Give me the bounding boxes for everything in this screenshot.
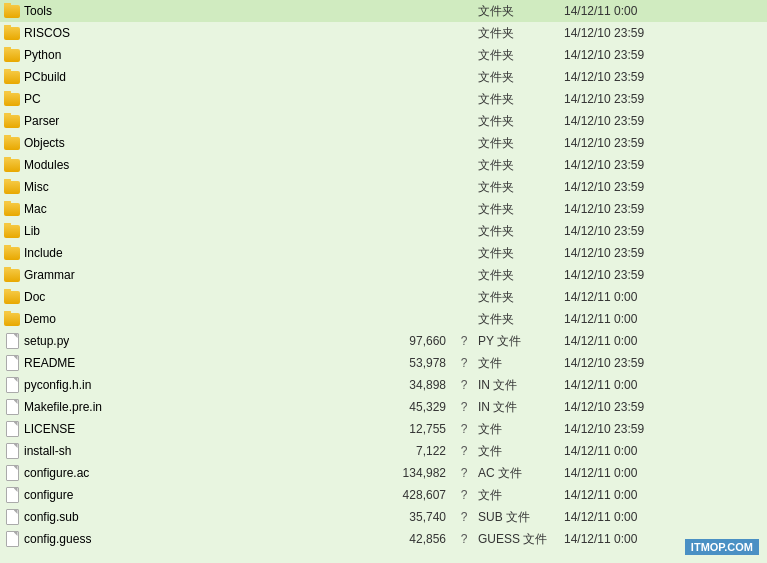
table-row[interactable]: install-sh7,122?文件14/12/11 0:00	[0, 440, 767, 462]
table-row[interactable]: config.sub35,740?SUB 文件14/12/11 0:00	[0, 506, 767, 528]
folder-icon	[4, 245, 20, 261]
file-name-text: pyconfig.h.in	[24, 378, 91, 392]
file-name-text: RISCOS	[24, 26, 70, 40]
file-type: IN 文件	[474, 377, 564, 394]
file-type: 文件夹	[474, 3, 564, 20]
file-size: 97,660	[374, 334, 454, 348]
file-attr: ?	[454, 488, 474, 502]
file-name-text: config.guess	[24, 532, 91, 546]
file-type: 文件	[474, 487, 564, 504]
file-icon	[4, 399, 20, 415]
file-icon	[4, 355, 20, 371]
table-row[interactable]: Doc文件夹14/12/11 0:00	[0, 286, 767, 308]
file-size: 428,607	[374, 488, 454, 502]
file-name-text: Makefile.pre.in	[24, 400, 102, 414]
file-name-text: config.sub	[24, 510, 79, 524]
file-icon	[4, 487, 20, 503]
table-row[interactable]: RISCOS文件夹14/12/10 23:59	[0, 22, 767, 44]
file-attr: ?	[454, 356, 474, 370]
table-row[interactable]: Objects文件夹14/12/10 23:59	[0, 132, 767, 154]
file-type: SUB 文件	[474, 509, 564, 526]
table-row[interactable]: Python文件夹14/12/10 23:59	[0, 44, 767, 66]
table-row[interactable]: LICENSE12,755?文件14/12/10 23:59	[0, 418, 767, 440]
file-name-text: Modules	[24, 158, 69, 172]
folder-icon	[4, 25, 20, 41]
file-date: 14/12/10 23:59	[564, 180, 684, 194]
file-date: 14/12/11 0:00	[564, 444, 684, 458]
table-row[interactable]: Grammar文件夹14/12/10 23:59	[0, 264, 767, 286]
folder-icon	[4, 289, 20, 305]
file-list: Tools文件夹14/12/11 0:00RISCOS文件夹14/12/10 2…	[0, 0, 767, 550]
folder-icon	[4, 69, 20, 85]
file-attr: ?	[454, 422, 474, 436]
file-icon	[4, 377, 20, 393]
file-size: 134,982	[374, 466, 454, 480]
file-name-text: Python	[24, 48, 61, 62]
file-name-text: Demo	[24, 312, 56, 326]
file-size: 12,755	[374, 422, 454, 436]
watermark: ITMOP.COM	[685, 539, 759, 550]
folder-icon	[4, 113, 20, 129]
folder-icon	[4, 311, 20, 327]
file-name-text: Mac	[24, 202, 47, 216]
table-row[interactable]: Include文件夹14/12/10 23:59	[0, 242, 767, 264]
table-row[interactable]: Mac文件夹14/12/10 23:59	[0, 198, 767, 220]
folder-icon	[4, 267, 20, 283]
file-name-text: Lib	[24, 224, 40, 238]
table-row[interactable]: Modules文件夹14/12/10 23:59	[0, 154, 767, 176]
table-row[interactable]: PC文件夹14/12/10 23:59	[0, 88, 767, 110]
folder-icon	[4, 135, 20, 151]
file-type: 文件夹	[474, 157, 564, 174]
table-row[interactable]: pyconfig.h.in34,898?IN 文件14/12/11 0:00	[0, 374, 767, 396]
file-type: PY 文件	[474, 333, 564, 350]
file-attr: ?	[454, 532, 474, 546]
table-row[interactable]: configure428,607?文件14/12/11 0:00	[0, 484, 767, 506]
file-icon	[4, 465, 20, 481]
folder-icon	[4, 179, 20, 195]
file-type: 文件夹	[474, 179, 564, 196]
file-date: 14/12/11 0:00	[564, 466, 684, 480]
table-row[interactable]: config.guess42,856?GUESS 文件14/12/11 0:00	[0, 528, 767, 550]
table-row[interactable]: Parser文件夹14/12/10 23:59	[0, 110, 767, 132]
table-row[interactable]: configure.ac134,982?AC 文件14/12/11 0:00	[0, 462, 767, 484]
file-date: 14/12/11 0:00	[564, 334, 684, 348]
file-type: 文件夹	[474, 113, 564, 130]
table-row[interactable]: Misc文件夹14/12/10 23:59	[0, 176, 767, 198]
file-type: GUESS 文件	[474, 531, 564, 548]
file-date: 14/12/10 23:59	[564, 400, 684, 414]
file-attr: ?	[454, 378, 474, 392]
file-attr: ?	[454, 334, 474, 348]
file-date: 14/12/10 23:59	[564, 158, 684, 172]
file-type: 文件夹	[474, 25, 564, 42]
folder-icon	[4, 3, 20, 19]
file-type: 文件夹	[474, 311, 564, 328]
file-attr: ?	[454, 444, 474, 458]
file-date: 14/12/11 0:00	[564, 312, 684, 326]
table-row[interactable]: Demo文件夹14/12/11 0:00	[0, 308, 767, 330]
table-row[interactable]: Tools文件夹14/12/11 0:00	[0, 0, 767, 22]
table-row[interactable]: Lib文件夹14/12/10 23:59	[0, 220, 767, 242]
file-icon	[4, 443, 20, 459]
file-size: 35,740	[374, 510, 454, 524]
file-date: 14/12/11 0:00	[564, 510, 684, 524]
file-type: 文件夹	[474, 69, 564, 86]
folder-icon	[4, 47, 20, 63]
file-name-text: configure.ac	[24, 466, 89, 480]
file-name-text: README	[24, 356, 75, 370]
file-name-text: Tools	[24, 4, 52, 18]
file-date: 14/12/10 23:59	[564, 202, 684, 216]
table-row[interactable]: setup.py97,660?PY 文件14/12/11 0:00	[0, 330, 767, 352]
file-type: 文件夹	[474, 289, 564, 306]
file-date: 14/12/11 0:00	[564, 488, 684, 502]
table-row[interactable]: README53,978?文件14/12/10 23:59	[0, 352, 767, 374]
table-row[interactable]: PCbuild文件夹14/12/10 23:59	[0, 66, 767, 88]
file-date: 14/12/10 23:59	[564, 114, 684, 128]
file-type: 文件夹	[474, 47, 564, 64]
table-row[interactable]: Makefile.pre.in45,329?IN 文件14/12/10 23:5…	[0, 396, 767, 418]
file-name-text: configure	[24, 488, 73, 502]
file-size: 53,978	[374, 356, 454, 370]
file-name-text: PC	[24, 92, 41, 106]
file-date: 14/12/10 23:59	[564, 246, 684, 260]
file-name-text: LICENSE	[24, 422, 75, 436]
file-attr: ?	[454, 466, 474, 480]
